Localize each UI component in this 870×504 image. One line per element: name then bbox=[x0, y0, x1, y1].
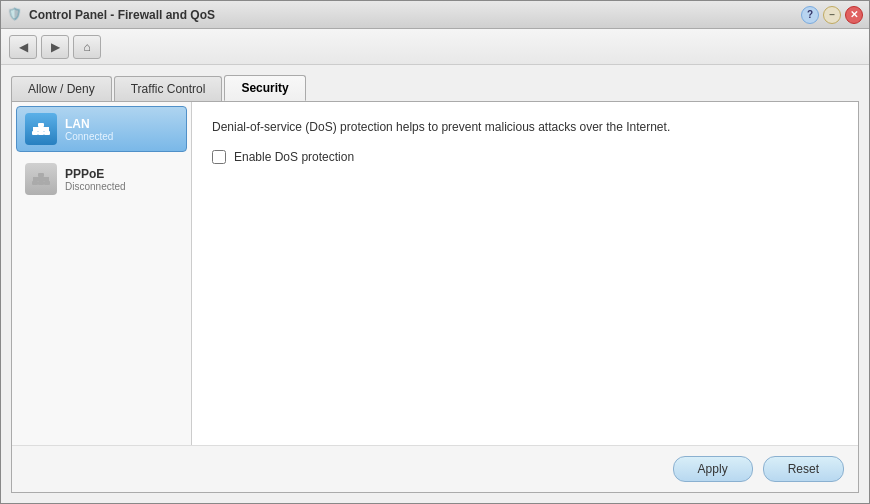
footer: Apply Reset bbox=[12, 445, 858, 492]
svg-rect-9 bbox=[38, 181, 44, 185]
svg-rect-0 bbox=[32, 131, 38, 135]
reset-button[interactable]: Reset bbox=[763, 456, 844, 482]
dos-checkbox[interactable] bbox=[212, 150, 226, 164]
svg-rect-8 bbox=[32, 181, 38, 185]
lan-status: Connected bbox=[65, 131, 113, 142]
dos-checkbox-row: Enable DoS protection bbox=[212, 150, 838, 164]
titlebar: 🛡️ Control Panel - Firewall and QoS ? – … bbox=[1, 1, 869, 29]
svg-rect-1 bbox=[38, 131, 44, 135]
tabs-bar: Allow / Deny Traffic Control Security bbox=[11, 75, 859, 101]
pppoe-status: Disconnected bbox=[65, 181, 126, 192]
svg-rect-2 bbox=[44, 131, 50, 135]
main-window: 🛡️ Control Panel - Firewall and QoS ? – … bbox=[0, 0, 870, 504]
titlebar-left: 🛡️ Control Panel - Firewall and QoS bbox=[7, 7, 215, 23]
svg-rect-13 bbox=[33, 177, 49, 179]
tab-traffic-control[interactable]: Traffic Control bbox=[114, 76, 223, 101]
minimize-button[interactable]: – bbox=[823, 6, 841, 24]
app-icon: 🛡️ bbox=[7, 7, 23, 23]
svg-rect-12 bbox=[33, 179, 49, 181]
pppoe-text: PPPoE Disconnected bbox=[65, 167, 126, 192]
lan-icon-container bbox=[25, 113, 57, 145]
svg-rect-4 bbox=[33, 129, 49, 131]
content-area: Allow / Deny Traffic Control Security bbox=[1, 65, 869, 503]
pppoe-name: PPPoE bbox=[65, 167, 126, 181]
dos-checkbox-label[interactable]: Enable DoS protection bbox=[234, 150, 354, 164]
sidebar-item-lan[interactable]: LAN Connected bbox=[16, 106, 187, 152]
sidebar-item-pppoe[interactable]: PPPoE Disconnected bbox=[16, 156, 187, 202]
pppoe-icon-container bbox=[25, 163, 57, 195]
lan-text: LAN Connected bbox=[65, 117, 113, 142]
toolbar: ◀ ▶ ⌂ bbox=[1, 29, 869, 65]
panel-inner: LAN Connected bbox=[12, 102, 858, 445]
close-button[interactable]: ✕ bbox=[845, 6, 863, 24]
dos-description: Denial-of-service (DoS) protection helps… bbox=[212, 118, 838, 136]
apply-button[interactable]: Apply bbox=[673, 456, 753, 482]
help-button[interactable]: ? bbox=[801, 6, 819, 24]
svg-rect-6 bbox=[38, 123, 44, 127]
lan-name: LAN bbox=[65, 117, 113, 131]
back-button[interactable]: ◀ bbox=[9, 35, 37, 59]
window-title: Control Panel - Firewall and QoS bbox=[29, 8, 215, 22]
svg-rect-7 bbox=[40, 127, 42, 129]
titlebar-controls: ? – ✕ bbox=[801, 6, 863, 24]
svg-rect-14 bbox=[38, 173, 44, 177]
main-panel: LAN Connected bbox=[11, 101, 859, 493]
sidebar: LAN Connected bbox=[12, 102, 192, 445]
tab-allow-deny[interactable]: Allow / Deny bbox=[11, 76, 112, 101]
pppoe-icon bbox=[29, 167, 53, 191]
security-content: Denial-of-service (DoS) protection helps… bbox=[192, 102, 858, 445]
svg-rect-10 bbox=[44, 181, 50, 185]
lan-icon bbox=[29, 117, 53, 141]
forward-button[interactable]: ▶ bbox=[41, 35, 69, 59]
tab-security[interactable]: Security bbox=[224, 75, 305, 101]
home-button[interactable]: ⌂ bbox=[73, 35, 101, 59]
